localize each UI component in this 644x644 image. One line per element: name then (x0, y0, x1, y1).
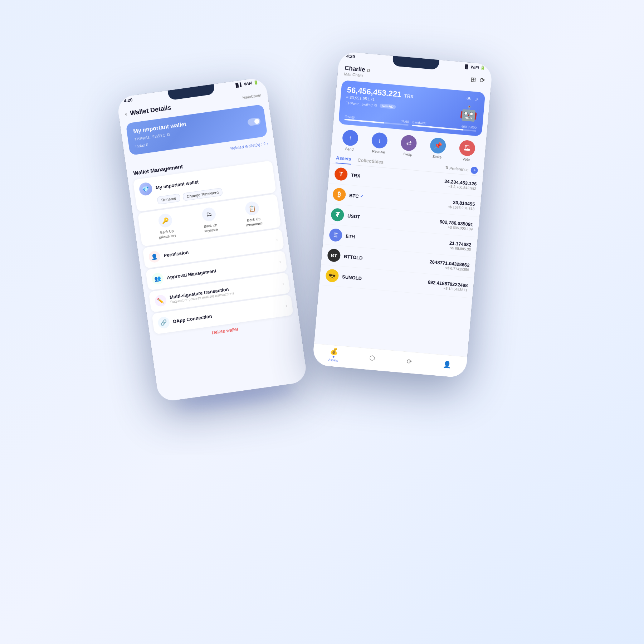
nav-history[interactable]: ⟳ (406, 357, 412, 365)
wifi-icon: WiFi (244, 81, 253, 86)
nav-discover-icon: ⬡ (369, 354, 376, 362)
scan-icon[interactable]: ⟳ (479, 76, 486, 84)
vote-label: Vote (463, 157, 470, 162)
send-icon: ↑ (342, 130, 359, 147)
backup-key-label: Back Upprivate key (158, 228, 177, 240)
preference-button[interactable]: ⇅ Preference (445, 165, 469, 172)
chain-label: MainChain (242, 93, 262, 99)
stake-label: Stake (432, 155, 441, 159)
tab-collectibles[interactable]: Collectibles (357, 155, 384, 167)
btc-values: 30.810455 ≈$ 1555,934.813 (448, 199, 475, 211)
usdt-symbol: USDT (347, 213, 440, 226)
phone-wallet-details: 4:20 ▐▌▌ WiFi 🔋 ‹ Wallet Details MainCha… (116, 77, 308, 402)
address-copy-icon[interactable]: ⧉ (374, 103, 377, 108)
stake-action[interactable]: 📌 Stake (429, 137, 447, 160)
rename-button[interactable]: Rename (157, 194, 181, 205)
sunold-icon: 😎 (325, 269, 339, 283)
multisig-icon: ✏️ (154, 294, 167, 307)
tron-mascot: 🤖 (459, 104, 478, 122)
receive-action[interactable]: ↓ Receive (371, 132, 388, 155)
qr-receive-icon[interactable]: ⊞ (470, 75, 477, 84)
dapp-icon: 🔗 (157, 316, 170, 329)
energy-value: 37/60 (401, 119, 409, 124)
signal-icon2: ▐▌ (464, 64, 470, 69)
battery-icon: 🔋 (253, 80, 259, 85)
nav-profile[interactable]: 👤 (443, 360, 451, 369)
permission-arrow: › (276, 236, 278, 242)
nav-assets-icon: 💰 (330, 347, 338, 356)
backup-keystore-label: Back Upkeystore (204, 222, 218, 233)
tab-assets[interactable]: Assets (336, 153, 352, 165)
eth-icon: Ξ (329, 228, 343, 242)
bandwidth-resource: Bandwidth 4000/5000 (412, 120, 477, 132)
energy-resource: Energy 37/60 (344, 114, 409, 126)
btc-symbol: BTC ✓ (349, 192, 448, 206)
signal-icon: ▐▌▌ (234, 82, 243, 88)
trx-symbol: TRX (351, 172, 444, 186)
eth-values: 21.174682 ≈$ 85,885.35 (449, 240, 472, 252)
nav-assets-label: Assets (328, 358, 338, 362)
change-password-button[interactable]: Change Password (182, 188, 223, 201)
stake-icon: 📌 (429, 137, 447, 154)
vote-icon: 🗳 (459, 140, 476, 157)
nav-assets-dot (332, 356, 334, 357)
trx-icon: T (334, 167, 348, 181)
bttold-values: 2648771.04328662 ≈$ 6.77419355 (429, 259, 470, 272)
back-button[interactable]: ‹ (125, 110, 128, 118)
dapp-arrow: › (285, 303, 288, 308)
trx-values: 34,234,453.126 ≈$ 2,760,842.982 (444, 179, 477, 191)
balance-currency: TRX (404, 93, 414, 99)
usdt-values: 602,786.035091 ≈$ 606,000.199 (439, 219, 473, 231)
sunold-symbol: SUNOLD (342, 274, 428, 287)
send-label: Send (345, 147, 353, 151)
nav-profile-icon: 👤 (443, 360, 451, 369)
backup-mnemonic[interactable]: 📋 Back Upmnemonic (243, 200, 263, 228)
add-asset-button[interactable]: + (470, 166, 478, 174)
energy-label: Energy (345, 114, 355, 119)
time-phone2: 4:20 (346, 54, 355, 59)
expand-icon[interactable]: ↗ (474, 97, 479, 103)
backup-mnemonic-icon: 📋 (244, 201, 260, 216)
vote-action[interactable]: 🗳 Vote (458, 140, 476, 162)
backup-key-icon: 🔑 (158, 213, 173, 228)
backup-keystore[interactable]: 🗂 Back Upkeystore (201, 207, 218, 234)
swap-icon: ⇄ (400, 135, 418, 152)
backup-mnemonic-label: Back Upmnemonic (245, 216, 263, 228)
btc-icon: ₿ (332, 187, 346, 201)
wallet-avatar: 💎 (138, 182, 153, 196)
receive-icon: ↓ (371, 132, 388, 149)
nav-history-icon: ⟳ (406, 357, 412, 365)
non-hd-badge: Non-HD (380, 104, 396, 109)
wifi-icon2: WiFi (470, 65, 479, 70)
receive-label: Receive (372, 149, 385, 154)
permission-icon: 👤 (148, 250, 161, 263)
multisig-arrow: › (282, 280, 284, 286)
nav-discover[interactable]: ⬡ (369, 354, 376, 362)
switch-wallet-icon[interactable]: ⇄ (366, 67, 371, 73)
eth-symbol: ETH (346, 233, 450, 248)
hide-balance-icon[interactable]: 👁 (467, 96, 472, 102)
btc-verified-icon: ✓ (360, 194, 364, 199)
sunold-values: 692.418878222498 ≈$ 13.5483871 (427, 279, 468, 292)
backup-keystore-icon: 🗂 (201, 207, 217, 222)
copy-icon[interactable]: ⧉ (166, 132, 170, 137)
bttold-icon: BT (327, 248, 341, 262)
nav-assets[interactable]: 💰 Assets (328, 347, 339, 362)
usdt-icon: ₮ (331, 208, 345, 222)
bttold-symbol: BTTOLD (344, 254, 430, 267)
approval-icon: 👥 (151, 272, 164, 285)
swap-label: Swap (403, 152, 413, 157)
approval-arrow: › (279, 259, 281, 264)
wallet-toggle[interactable] (247, 117, 261, 126)
swap-action[interactable]: ⇄ Swap (400, 135, 417, 157)
send-action[interactable]: ↑ Send (341, 130, 359, 152)
battery-icon2: 🔋 (480, 65, 486, 70)
phone-main-wallet: 4:20 ▐▌ WiFi 🔋 Charlie ⇄ MainChain ⊞ (312, 51, 493, 378)
backup-private-key[interactable]: 🔑 Back Upprivate key (156, 213, 177, 240)
